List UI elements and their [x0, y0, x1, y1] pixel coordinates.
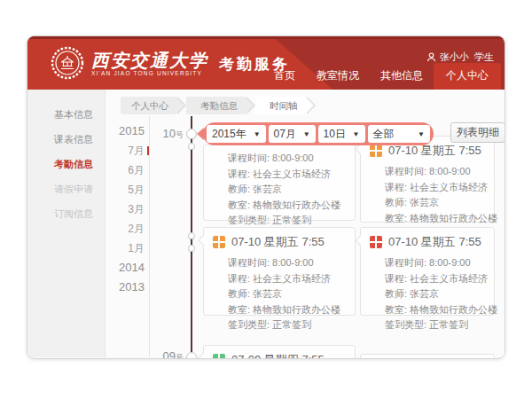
nav-item-home[interactable]: 首页	[263, 63, 306, 90]
card-field-teacher: 教师: 张芸京	[228, 286, 346, 302]
card-field-classroom: 教室: 格物致知行政办公楼	[385, 302, 485, 318]
university-logo-icon	[51, 46, 84, 80]
sidebar-item-schedule-info[interactable]: 课表信息	[27, 127, 105, 152]
month-dropdown[interactable]: 07月 ▼	[269, 125, 316, 143]
scale-month-feb[interactable]: 2月	[109, 219, 145, 239]
card-field-course: 课程: 社会主义市场经济	[385, 180, 485, 196]
card-field-teacher: 教师: 张芸京	[228, 182, 346, 198]
top-nav: 首页 教室情况 其他信息 个人中心	[263, 63, 501, 90]
scale-month-jun[interactable]: 6月	[109, 160, 145, 180]
university-name-cn: 西安交通大学	[91, 51, 208, 70]
card-title: 07-10 星期五 7:55	[204, 228, 355, 252]
user-name: 张小小	[440, 51, 469, 64]
list-detail-button[interactable]: 列表明细	[450, 122, 505, 143]
card-field-course-time: 课程时间: 8:00-9:00	[228, 255, 346, 271]
user-info[interactable]: 张小小 学生	[426, 51, 494, 64]
card-field-signin-type: 签到类型: 正常签到	[228, 213, 346, 229]
chevron-down-icon: ▼	[303, 130, 310, 138]
main-content: 个人中心 考勤信息 时间轴 2015 7月 6月 5月 3月 2月 1月 201…	[106, 90, 505, 357]
attendance-card: 07-10 星期五 7:55 课程时间: 8:00-9:00 课程: 社会主义市…	[360, 136, 495, 223]
year-dropdown[interactable]: 2015年 ▼	[207, 125, 266, 143]
status-calendar-icon-absent	[370, 236, 382, 248]
card-field-course: 课程: 社会主义市场经济	[385, 271, 485, 287]
filter-callout: 2015年 ▼ 07月 ▼ 10日 ▼ 全部 ▼	[203, 122, 434, 145]
attendance-card-stub	[360, 354, 495, 359]
card-field-course-time: 课程时间: 8:00-9:00	[385, 164, 485, 180]
scale-month-jul[interactable]: 7月	[109, 141, 145, 160]
scale-year-2014[interactable]: 2014	[109, 258, 145, 278]
sidebar-item-attendance-info[interactable]: 考勤信息	[27, 152, 105, 176]
status-calendar-icon-ok	[213, 354, 225, 359]
chevron-down-icon: ▼	[418, 130, 425, 138]
breadcrumb-personal-center[interactable]: 个人中心	[121, 97, 176, 114]
breadcrumb: 个人中心 考勤信息 时间轴	[121, 97, 316, 114]
day-label-09: 09号	[143, 349, 184, 359]
scale-month-may[interactable]: 5月	[109, 180, 145, 200]
card-field-teacher: 教师: 张芸京	[385, 286, 485, 302]
breadcrumb-attendance-info[interactable]: 考勤信息	[186, 97, 245, 114]
screenshot-stage: 西安交通大学 XI'AN JIAO TONG UNIVERSITY 考勤服务 张…	[0, 0, 532, 399]
type-dropdown[interactable]: 全部 ▼	[368, 125, 431, 143]
scale-divider-line	[149, 116, 150, 357]
attendance-card: 07-10 星期五 7:55 课程时间: 8:00-9:00 课程: 社会主义市…	[203, 227, 356, 316]
timeline-scale: 2015 7月 6月 5月 3月 2月 1月 2014 2013	[109, 121, 145, 297]
card-field-signin-type: 签到类型: 正常签到	[228, 317, 346, 333]
card-fields: 课程时间: 8:00-9:00 课程: 社会主义市场经济 教师: 张芸京 教室:…	[361, 252, 494, 340]
chevron-down-icon: ▼	[353, 130, 360, 138]
card-title: 07-10 星期五 7:55	[361, 228, 494, 252]
nav-item-classrooms[interactable]: 教室情况	[306, 63, 370, 90]
timeline-marker	[188, 245, 195, 252]
card-fields: 课程时间: 8:00-9:00 课程: 社会主义市场经济 教师: 张芸京 教室:…	[204, 252, 355, 340]
scale-year-2013[interactable]: 2013	[109, 278, 145, 297]
attendance-card: 课程时间: 8:00-9:00 课程: 社会主义市场经济 教师: 张芸京 教室:…	[203, 145, 356, 221]
university-name-en: XI'AN JIAO TONG UNIVERSITY	[91, 70, 208, 76]
timeline-marker	[186, 129, 197, 139]
card-fields: 课程时间: 8:00-9:00 课程: 社会主义市场经济 教师: 张芸京 教室:…	[204, 145, 355, 236]
card-field-classroom: 教室: 格物致知行政办公楼	[228, 198, 346, 214]
user-icon	[426, 52, 436, 62]
nav-item-other-info[interactable]: 其他信息	[370, 63, 434, 90]
card-title: 07-09 星期四 7:55	[204, 346, 355, 359]
card-field-signin-type: 签到类型: 正常签到	[385, 317, 485, 333]
chevron-down-icon: ▼	[254, 130, 261, 138]
status-calendar-icon-normal	[370, 145, 382, 157]
sidebar-item-leave-request[interactable]: 请假申请	[27, 176, 105, 201]
card-field-teacher: 教师: 张芸京	[385, 195, 485, 211]
day-label-10: 10号	[143, 127, 184, 141]
sidebar: 基本信息 课表信息 考勤信息 请假申请 订阅信息	[27, 90, 106, 357]
scale-month-mar[interactable]: 3月	[109, 200, 145, 219]
attendance-card: 07-09 星期四 7:55	[203, 345, 356, 359]
app-header: 西安交通大学 XI'AN JIAO TONG UNIVERSITY 考勤服务 张…	[27, 36, 505, 90]
sidebar-item-subscription-info[interactable]: 订阅信息	[27, 201, 105, 226]
app-window: 西安交通大学 XI'AN JIAO TONG UNIVERSITY 考勤服务 张…	[27, 35, 505, 359]
user-role: 学生	[474, 51, 494, 64]
breadcrumb-timeline[interactable]: 时间轴	[255, 97, 305, 114]
day-dropdown[interactable]: 10日 ▼	[318, 125, 365, 143]
card-field-classroom: 教室: 格物致知行政办公楼	[385, 211, 485, 227]
scale-month-jan[interactable]: 1月	[109, 239, 145, 258]
status-calendar-icon-normal	[213, 236, 225, 248]
university-name: 西安交通大学 XI'AN JIAO TONG UNIVERSITY	[91, 51, 208, 76]
card-field-course: 课程: 社会主义市场经济	[228, 271, 346, 287]
card-field-course-time: 课程时间: 8:00-9:00	[228, 151, 346, 167]
scale-year-2015[interactable]: 2015	[109, 121, 145, 141]
attendance-card: 07-10 星期五 7:55 课程时间: 8:00-9:00 课程: 社会主义市…	[360, 227, 495, 316]
timeline-marker	[186, 352, 197, 359]
brand-block: 西安交通大学 XI'AN JIAO TONG UNIVERSITY 考勤服务	[51, 46, 290, 80]
app-body: 基本信息 课表信息 考勤信息 请假申请 订阅信息 个人中心 考勤信息 时间轴 2…	[27, 90, 505, 357]
card-field-course: 课程: 社会主义市场经济	[228, 167, 346, 183]
timeline-marker	[188, 143, 195, 150]
card-field-course-time: 课程时间: 8:00-9:00	[385, 255, 485, 271]
nav-item-personal-center[interactable]: 个人中心	[434, 63, 501, 90]
current-month-tick	[147, 146, 149, 155]
timeline-marker	[188, 232, 195, 239]
sidebar-item-basic-info[interactable]: 基本信息	[27, 102, 105, 127]
card-field-classroom: 教室: 格物致知行政办公楼	[228, 302, 346, 318]
